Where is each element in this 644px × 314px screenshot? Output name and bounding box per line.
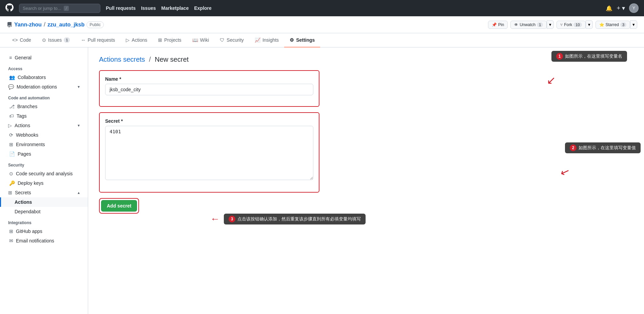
fork-dropdown[interactable]: ▾ <box>586 20 593 29</box>
tab-insights[interactable]: 📈 Insights <box>249 33 284 47</box>
settings-content: Actions secrets / New secret Name * Secr… <box>88 47 644 314</box>
arrow-3-icon: ← <box>210 214 220 224</box>
tab-wiki[interactable]: 📖 Wiki <box>187 33 214 47</box>
new-item-button[interactable]: + ▾ <box>617 4 625 12</box>
webhooks-icon: ⟳ <box>9 132 13 138</box>
sidebar-secrets-dependabot[interactable]: Dependabot <box>0 207 88 216</box>
add-secret-wrapper: Add secret <box>99 198 139 214</box>
settings-icon: ⚙ <box>290 37 294 43</box>
projects-icon: ⊞ <box>158 37 162 43</box>
nav-marketplace[interactable]: Marketplace <box>161 5 189 11</box>
unwatch-button[interactable]: 👁 Unwatch 1 <box>510 21 547 29</box>
ann3-text: 点击该按钮确认添加，然后重复该步骤直到所有必填变量均填写 <box>237 216 361 222</box>
code-icon: <> <box>12 37 18 43</box>
actions-secrets-link[interactable]: Actions secrets <box>99 56 145 63</box>
page-current-title: New secret <box>155 56 189 63</box>
fork-button[interactable]: ⑂ Fork 10 <box>557 21 585 29</box>
sidebar-secrets-group[interactable]: ⊞ Secrets ▴ <box>0 188 88 197</box>
arrow-2-icon: ↗ <box>558 165 571 180</box>
avatar[interactable]: Y <box>629 3 639 13</box>
github-apps-icon: ⊞ <box>9 229 13 234</box>
environments-icon: ⊞ <box>9 142 13 147</box>
search-shortcut: / <box>64 6 69 11</box>
repo-header-actions: 📌 Pin 👁 Unwatch 1 ▾ ⑂ Fork 10 ▾ ⭐ Starre… <box>488 20 637 29</box>
ann3-circle: 3 <box>229 216 235 222</box>
sidebar-secrets-actions[interactable]: Actions <box>0 197 88 207</box>
star-button[interactable]: ⭐ Starred 3 <box>596 21 630 29</box>
search-text: Search or jump to... <box>23 6 61 11</box>
pin-icon: 📌 <box>492 22 497 27</box>
top-nav-links: Pull requests Issues Marketplace Explore <box>106 5 600 11</box>
top-nav-right: 🔔 + ▾ Y <box>606 3 639 13</box>
sidebar-tags[interactable]: 🏷 Tags <box>0 111 88 121</box>
sidebar-moderation[interactable]: 💬 Moderation options ▾ <box>0 82 88 92</box>
sidebar-webhooks[interactable]: ⟳ Webhooks <box>0 130 88 140</box>
repo-breadcrumb: Yann-zhou / zzu_auto_jksb Public <box>7 21 104 28</box>
tab-settings[interactable]: ⚙ Settings <box>284 33 320 47</box>
moderation-icon: 💬 <box>8 84 14 90</box>
repo-owner[interactable]: Yann-zhou <box>14 22 42 28</box>
secret-textarea[interactable]: 4101 <box>105 126 313 180</box>
secret-group: Secret * 4101 <box>105 118 313 181</box>
moderation-chevron-icon: ▾ <box>78 84 80 89</box>
tab-actions[interactable]: ▷ Actions <box>120 33 153 47</box>
nav-pull-requests[interactable]: Pull requests <box>106 5 136 11</box>
arrow-1-icon: ↗ <box>547 75 556 87</box>
sidebar-deploy-keys[interactable]: 🔑 Deploy keys <box>0 178 88 188</box>
nav-explore[interactable]: Explore <box>194 5 211 11</box>
collaborators-icon: 👥 <box>9 75 15 80</box>
title-separator: / <box>149 56 151 63</box>
sidebar-branches[interactable]: ⎇ Branches <box>0 102 88 111</box>
deploy-keys-icon: 🔑 <box>9 180 15 186</box>
breadcrumb-separator: / <box>44 21 45 28</box>
repo-name[interactable]: zzu_auto_jksb <box>47 22 84 28</box>
sidebar-general[interactable]: ≡ General <box>0 53 88 62</box>
star-dropdown[interactable]: ▾ <box>630 20 637 29</box>
tab-issues[interactable]: ⊙ Issues 1 <box>37 33 76 47</box>
branches-icon: ⎇ <box>9 104 15 109</box>
nav-issues[interactable]: Issues <box>141 5 156 11</box>
github-logo-icon[interactable] <box>5 3 14 13</box>
security-section-label: Security <box>0 159 88 169</box>
secret-label: Secret * <box>105 118 313 124</box>
pin-button[interactable]: 📌 Pin <box>488 21 508 29</box>
secrets-icon: ⊞ <box>8 190 12 195</box>
tab-security[interactable]: 🛡 Security <box>214 33 249 47</box>
name-group: Name * <box>105 76 313 95</box>
visibility-badge: Public <box>86 21 104 28</box>
ann2-circle: 2 <box>570 144 577 151</box>
page-breadcrumb: Actions secrets / New secret <box>99 56 633 63</box>
tags-icon: 🏷 <box>9 113 14 119</box>
actions-sidebar-icon: ▷ <box>8 123 12 128</box>
search-box[interactable]: Search or jump to... / <box>19 4 100 13</box>
tab-code[interactable]: <> Code <box>7 33 37 47</box>
insights-icon: 📈 <box>255 37 260 43</box>
secrets-chevron-icon: ▴ <box>78 190 80 195</box>
actions-icon: ▷ <box>126 37 130 43</box>
secret-field-box: Secret * 4101 <box>99 112 319 193</box>
email-icon: ✉ <box>9 238 13 243</box>
name-input[interactable] <box>105 84 313 95</box>
top-nav: Search or jump to... / Pull requests Iss… <box>0 0 644 16</box>
notifications-icon[interactable]: 🔔 <box>606 5 612 12</box>
add-secret-button[interactable]: Add secret <box>101 200 137 212</box>
sidebar-code-security[interactable]: ⊙ Code security and analysis <box>0 169 88 178</box>
fork-icon: ⑂ <box>560 22 563 27</box>
tab-projects[interactable]: ⊞ Projects <box>153 33 187 47</box>
sidebar-github-apps[interactable]: ⊞ GitHub apps <box>0 227 88 236</box>
sidebar-email-notifications[interactable]: ✉ Email notifications <box>0 236 88 246</box>
annotation-2: 2 如图所示，在这里填写变量值 <box>565 142 641 153</box>
pr-icon: ↔ <box>81 37 85 43</box>
pages-icon: 📄 <box>9 151 15 157</box>
star-icon: ⭐ <box>599 22 604 27</box>
repo-icon <box>7 22 12 27</box>
integrations-section-label: Integrations <box>0 216 88 227</box>
tab-pull-requests[interactable]: ↔ Pull requests <box>75 33 120 47</box>
sidebar-actions-group[interactable]: ▷ Actions ▾ <box>0 121 88 130</box>
sidebar-environments[interactable]: ⊞ Environments <box>0 140 88 149</box>
eye-icon: 👁 <box>514 22 518 27</box>
sidebar-collaborators[interactable]: 👥 Collaborators <box>0 73 88 82</box>
access-section-label: Access <box>0 62 88 73</box>
sidebar-pages[interactable]: 📄 Pages <box>0 149 88 159</box>
unwatch-dropdown[interactable]: ▾ <box>547 20 554 29</box>
